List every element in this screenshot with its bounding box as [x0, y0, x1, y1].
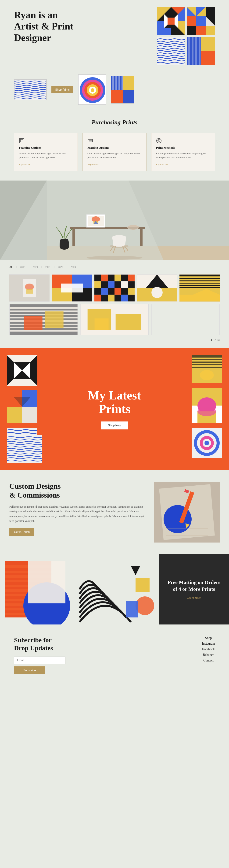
custom-title: Custom Designs & Commissions — [9, 482, 145, 500]
svg-rect-102 — [128, 288, 135, 295]
svg-rect-107 — [121, 295, 128, 302]
custom-section: Custom Designs & Commissions Pellentesqu… — [0, 470, 229, 554]
gallery-item-4[interactable] — [137, 274, 177, 302]
svg-rect-136 — [116, 314, 141, 330]
svg-rect-196 — [28, 561, 66, 603]
matting-title: Matting Options — [87, 146, 141, 150]
footer-link-facebook[interactable]: Facebook — [202, 647, 215, 651]
scattered-print-1 — [7, 355, 37, 386]
gallery-item-7[interactable] — [80, 304, 149, 335]
svg-rect-45 — [112, 76, 114, 90]
svg-rect-119 — [180, 287, 220, 288]
shop-now-button[interactable]: Shop Now — [101, 422, 128, 429]
hero-art-1 — [157, 7, 185, 35]
matting-explore-link[interactable]: Explore All — [87, 163, 99, 166]
svg-rect-91 — [94, 281, 101, 288]
footer-link-shop[interactable]: Shop — [202, 636, 215, 640]
gallery-item-2[interactable] — [52, 274, 92, 302]
svg-rect-156 — [192, 364, 222, 365]
scattered-print-7 — [7, 435, 42, 463]
svg-rect-131 — [10, 332, 78, 335]
portfolio-tabs: All | 2019 | 2020 | 2021 | 2022 | 2023 — [9, 265, 220, 269]
tab-all[interactable]: All — [9, 265, 13, 269]
learn-more-link[interactable]: Learn More — [187, 596, 200, 600]
print-methods-title: Print Methods — [156, 146, 210, 150]
svg-rect-94 — [114, 281, 121, 288]
gallery-item-1[interactable] — [9, 274, 49, 302]
subscribe-area: Subscribe for Drop Updates Subscribe — [14, 636, 188, 674]
email-input[interactable] — [14, 657, 66, 664]
svg-rect-46 — [115, 76, 117, 90]
print-thumbnail-wavy — [14, 79, 47, 100]
svg-rect-130 — [10, 328, 78, 330]
footer-section: Subscribe for Drop Updates Subscribe Sho… — [0, 624, 229, 686]
svg-rect-15 — [196, 17, 206, 26]
svg-rect-89 — [121, 275, 128, 281]
svg-point-73 — [86, 256, 143, 260]
tab-2021[interactable]: 2021 — [45, 265, 50, 269]
svg-point-199 — [136, 596, 154, 615]
svg-rect-60 — [72, 229, 75, 246]
svg-rect-28 — [188, 37, 190, 65]
hero-text: Ryan is an Artist & Print Designer — [14, 9, 152, 43]
tab-2023[interactable]: 2023 — [71, 265, 76, 269]
svg-rect-83 — [61, 284, 83, 292]
svg-rect-125 — [10, 312, 78, 314]
subscribe-title: Subscribe for Drop Updates — [14, 636, 188, 652]
svg-rect-88 — [114, 275, 121, 281]
svg-rect-95 — [121, 281, 128, 288]
svg-rect-138 — [151, 304, 219, 335]
interior-illustration — [0, 181, 229, 260]
custom-text: Custom Designs & Commissions Pellentesqu… — [9, 482, 145, 536]
svg-point-54 — [159, 141, 159, 141]
page-next[interactable]: Next — [215, 338, 220, 341]
latest-prints-content: My Latest Prints Shop Now — [9, 389, 220, 429]
svg-rect-106 — [114, 295, 121, 302]
svg-rect-43 — [111, 90, 123, 104]
svg-rect-105 — [108, 295, 114, 302]
gallery-item-8[interactable] — [151, 304, 220, 335]
svg-rect-137 — [94, 318, 109, 330]
gallery-item-3[interactable] — [94, 274, 135, 302]
svg-rect-97 — [94, 288, 101, 295]
gallery-grid-row1 — [9, 274, 220, 302]
svg-point-170 — [204, 441, 209, 445]
svg-rect-116 — [180, 280, 220, 281]
footer-link-instagram[interactable]: Instagram — [202, 642, 215, 646]
svg-rect-30 — [195, 37, 197, 65]
svg-rect-129 — [10, 325, 78, 327]
svg-rect-44 — [123, 90, 134, 104]
page-current[interactable]: 1 — [211, 338, 213, 341]
gallery-item-5[interactable] — [180, 274, 220, 302]
latest-prints-title: My Latest Prints — [9, 389, 220, 415]
footer-link-behance[interactable]: Behance — [202, 653, 215, 657]
interior-section — [0, 181, 229, 260]
footer-link-contact[interactable]: Contact — [202, 659, 215, 662]
shop-prints-button[interactable]: Shop Prints — [51, 86, 73, 93]
svg-point-39 — [91, 88, 94, 92]
tab-2022[interactable]: 2022 — [58, 265, 63, 269]
framing-explore-link[interactable]: Explore All — [19, 163, 31, 166]
svg-rect-51 — [88, 139, 92, 142]
promo-section: Free Matting on Orders of 4 or More Prin… — [0, 554, 229, 624]
svg-rect-29 — [192, 37, 193, 65]
tab-2020[interactable]: 2020 — [33, 265, 38, 269]
svg-rect-47 — [118, 76, 120, 90]
svg-rect-90 — [128, 275, 135, 281]
print-methods-explore-link[interactable]: Explore All — [156, 163, 168, 166]
tab-2019[interactable]: 2019 — [20, 265, 25, 269]
svg-rect-132 — [24, 316, 42, 330]
subscribe-button[interactable]: Subscribe — [14, 666, 45, 674]
options-grid: Framing Options Mauris blandit aliqum el… — [14, 133, 215, 171]
get-in-touch-button[interactable]: Get in Touch — [9, 528, 34, 536]
svg-rect-114 — [180, 275, 220, 277]
bottom-prints-row — [7, 435, 42, 463]
svg-rect-77 — [26, 289, 33, 293]
shop-prints-row: Shop Prints — [0, 72, 229, 110]
svg-rect-124 — [10, 309, 78, 310]
svg-rect-117 — [180, 283, 220, 284]
print-methods-desc: Lorem ipsum dolor sit consectetur adipis… — [156, 152, 210, 159]
mat-icon — [87, 138, 141, 144]
svg-rect-26 — [201, 37, 215, 51]
gallery-item-6[interactable] — [9, 304, 78, 335]
